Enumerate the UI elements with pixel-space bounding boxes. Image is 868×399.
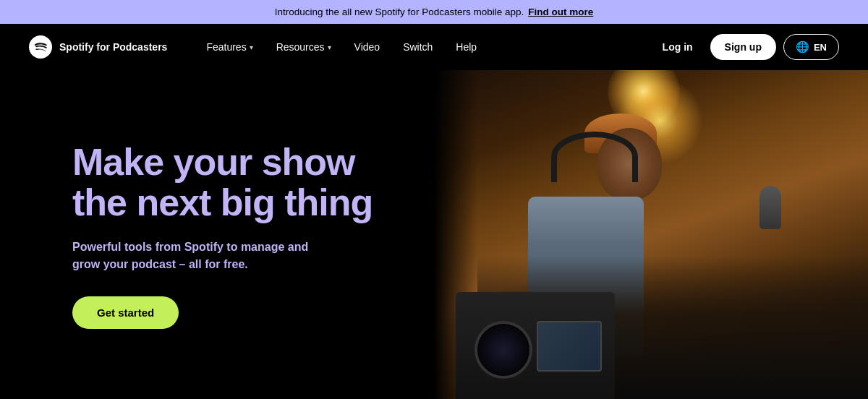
hero-title: Make your show the next big thing [72, 142, 434, 223]
language-button[interactable]: 🌐 EN [783, 34, 839, 60]
microphone [760, 186, 781, 229]
resources-chevron-icon: ▾ [328, 43, 331, 51]
announcement-text: Introducing the all new Spotify for Podc… [275, 7, 524, 17]
nav-right: Log in Sign up 🌐 EN [652, 34, 839, 60]
nav-features[interactable]: Features ▾ [196, 35, 263, 59]
nav-switch[interactable]: Switch [393, 35, 443, 59]
camera-lens [475, 321, 532, 379]
announcement-link[interactable]: Find out more [528, 7, 593, 17]
hero-content: Make your show the next big thing Powerf… [0, 70, 477, 399]
hero-section: Make your show the next big thing Powerf… [0, 70, 868, 399]
camera-screen [537, 321, 602, 372]
signup-button[interactable]: Sign up [710, 34, 776, 60]
globe-icon: 🌐 [796, 40, 809, 53]
camera-body [456, 292, 615, 399]
hero-subtitle: Powerful tools from Spotify to manage an… [72, 239, 333, 273]
hero-image [434, 70, 868, 399]
nav-video[interactable]: Video [344, 35, 391, 59]
svg-point-0 [29, 35, 52, 59]
get-started-button[interactable]: Get started [72, 296, 179, 329]
features-chevron-icon: ▾ [250, 43, 253, 51]
spotify-logo-icon [29, 35, 52, 59]
nav-logo-label: Spotify for Podcasters [59, 41, 167, 53]
login-button[interactable]: Log in [652, 35, 703, 59]
nav-help[interactable]: Help [446, 35, 487, 59]
nav-resources[interactable]: Resources ▾ [266, 35, 341, 59]
nav-links: Features ▾ Resources ▾ Video Switch Help [196, 35, 652, 59]
logo[interactable]: Spotify for Podcasters [29, 35, 167, 59]
studio-background [434, 70, 868, 399]
announcement-banner: Introducing the all new Spotify for Podc… [0, 0, 868, 24]
headphones [551, 132, 638, 182]
navbar: Spotify for Podcasters Features ▾ Resour… [0, 24, 868, 70]
